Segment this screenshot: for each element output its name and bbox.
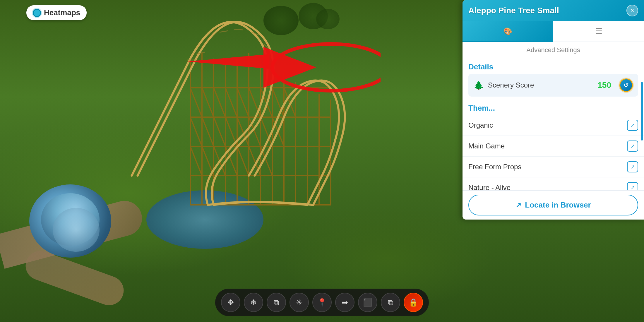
close-button[interactable]: ×: [626, 5, 638, 16]
themes-section: Them... Organic ↗ Main Game ↗ Free Form …: [463, 100, 644, 190]
scenery-score-label: Scenery Score: [488, 81, 593, 89]
scenery-action-button[interactable]: ↺: [619, 78, 633, 92]
external-link-icon-3: ↗: [631, 164, 635, 170]
details-section: Details 🌲 Scenery Score 150 ↺: [463, 58, 644, 100]
side-panel: Aleppo Pine Tree Small × 🎨 ☰ Advanced Se…: [463, 0, 644, 220]
svg-line-39: [237, 146, 249, 176]
toolbar-move-button[interactable]: ✥: [221, 293, 240, 312]
roller-coaster: [102, 0, 366, 220]
locate-icon: ↗: [515, 201, 521, 209]
svg-line-21: [225, 88, 237, 117]
external-link-main-game[interactable]: ↗: [627, 141, 638, 152]
toolbar-pin-button[interactable]: 📍: [312, 293, 332, 312]
bottom-toolbar: ✥ ❄ ⧉ ✳ 📍 ➡ ⬛ ⧉ 🔒: [215, 289, 429, 316]
theme-item-organic[interactable]: Organic ↗: [463, 115, 644, 136]
theme-label-nature-alive: Nature - Alive: [468, 184, 511, 190]
svg-line-22: [237, 88, 249, 117]
scenery-score-value: 150: [597, 80, 611, 90]
heatmaps-button[interactable]: Heatmaps: [26, 5, 87, 20]
theme-item-nature-alive[interactable]: Nature - Alive ↗: [463, 177, 644, 190]
theme-item-free-form-props[interactable]: Free Form Props ↗: [463, 157, 644, 177]
freeze-icon: ❄: [250, 298, 257, 307]
svg-line-23: [249, 88, 261, 117]
theme-item-main-game[interactable]: Main Game ↗: [463, 136, 644, 157]
panel-header: Aleppo Pine Tree Small ×: [463, 0, 644, 21]
refresh-icon: ↺: [624, 81, 629, 89]
svg-line-27: [190, 117, 202, 146]
locate-in-browser-button[interactable]: ↗ Locate in Browser: [468, 195, 638, 215]
capture-icon: ⧉: [388, 298, 393, 307]
tree-foreground: [23, 176, 117, 263]
external-link-icon-4: ↗: [631, 184, 635, 190]
toolbar-copy-button[interactable]: ⧉: [267, 293, 286, 312]
scenery-score-row: 🌲 Scenery Score 150 ↺: [468, 74, 638, 97]
navigate-icon: ➡: [342, 298, 348, 307]
tab-list[interactable]: ☰: [553, 21, 644, 42]
heatmaps-indicator: [33, 9, 41, 17]
locate-label: Locate in Browser: [525, 201, 591, 210]
svg-line-19: [202, 88, 214, 117]
svg-line-18: [190, 88, 202, 117]
scroll-indicator: [641, 82, 643, 141]
theme-label-organic: Organic: [468, 121, 493, 129]
toolbar-capture-button[interactable]: ⧉: [381, 293, 400, 312]
external-link-nature-alive[interactable]: ↗: [627, 182, 638, 190]
paint-icon: 🎨: [503, 27, 512, 35]
svg-line-25: [272, 88, 284, 117]
themes-header: Them...: [463, 100, 644, 115]
advanced-settings-label: Advanced Settings: [463, 42, 644, 58]
svg-line-20: [214, 88, 225, 117]
panel-footer: ↗ Locate in Browser: [463, 190, 644, 220]
toolbar-screenshot-button[interactable]: ⬛: [358, 293, 377, 312]
heatmaps-label: Heatmaps: [44, 8, 80, 17]
pin-icon: 📍: [317, 298, 327, 307]
panel-title: Aleppo Pine Tree Small: [468, 6, 559, 15]
move-icon: ✥: [227, 298, 234, 307]
copy-icon: ⧉: [274, 298, 279, 307]
external-link-organic[interactable]: ↗: [627, 120, 638, 131]
panel-tabs: 🎨 ☰: [463, 21, 644, 42]
theme-label-free-form-props: Free Form Props: [468, 163, 521, 171]
toolbar-advanced-copy-button[interactable]: ✳: [290, 293, 309, 312]
list-icon: ☰: [595, 26, 602, 36]
toolbar-freeze-button[interactable]: ❄: [244, 293, 263, 312]
toolbar-navigate-button[interactable]: ➡: [335, 293, 354, 312]
tab-paint[interactable]: 🎨: [463, 21, 553, 42]
external-link-icon-2: ↗: [631, 143, 635, 149]
screenshot-icon: ⬛: [363, 298, 372, 307]
external-link-free-form-props[interactable]: ↗: [627, 161, 638, 172]
lock-icon: 🔒: [409, 298, 418, 307]
svg-line-44: [220, 31, 228, 32]
svg-line-45: [234, 29, 243, 30]
external-link-icon: ↗: [631, 122, 635, 129]
theme-label-main-game: Main Game: [468, 142, 505, 150]
svg-line-29: [214, 117, 225, 146]
scenery-tree-icon: 🌲: [474, 80, 484, 90]
panel-content: Details 🌲 Scenery Score 150 ↺ Them... Or…: [463, 58, 644, 190]
svg-line-28: [202, 117, 214, 146]
details-header: Details: [468, 58, 638, 74]
advanced-copy-icon: ✳: [296, 298, 302, 307]
toolbar-lock-button[interactable]: 🔒: [404, 293, 423, 312]
svg-line-35: [190, 146, 202, 176]
